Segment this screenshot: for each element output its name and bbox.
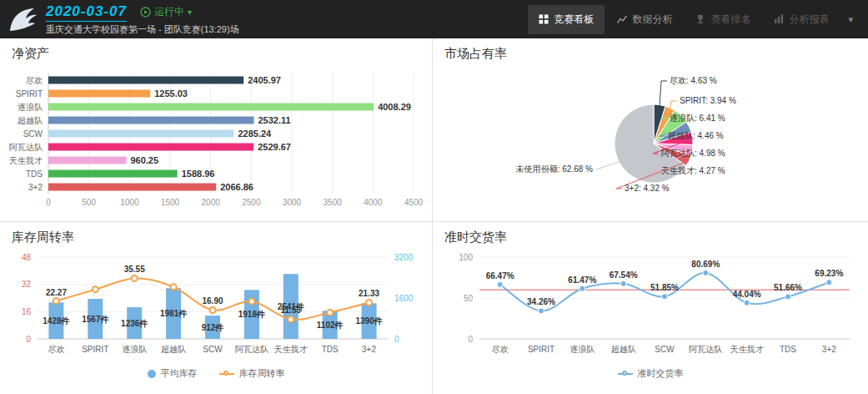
running-status-dropdown[interactable]: 运行中 ▾ xyxy=(140,5,192,19)
svg-text:2500: 2500 xyxy=(242,198,261,207)
orange-line-marker-icon xyxy=(219,373,234,375)
svg-text:1102件: 1102件 xyxy=(317,321,344,330)
svg-text:0: 0 xyxy=(394,335,399,344)
svg-text:22.27: 22.27 xyxy=(46,288,67,297)
svg-text:1600: 1600 xyxy=(394,294,414,303)
legend-label: 平均库存 xyxy=(161,367,198,380)
net-assets-panel: 净资产 050010001500200025003000350040004500… xyxy=(0,38,432,221)
svg-text:21.33: 21.33 xyxy=(359,289,379,298)
svg-text:1500: 1500 xyxy=(161,198,180,207)
svg-text:阿瓦达队: 阿瓦达队 xyxy=(9,143,43,152)
inventory-chart: 0163248016003200尽欢1428件SPIRIT1567件逐浪队123… xyxy=(0,250,432,369)
svg-text:3000: 3000 xyxy=(283,198,302,207)
svg-text:4008.29: 4008.29 xyxy=(378,102,411,112)
svg-text:SCW: SCW xyxy=(655,345,675,354)
svg-text:阿瓦达队: 阿瓦达队 xyxy=(689,345,723,354)
svg-text:3+2: 4.32 %: 3+2: 4.32 % xyxy=(625,184,670,193)
svg-text:0: 0 xyxy=(46,198,51,207)
svg-text:超越队: 超越队 xyxy=(161,345,187,354)
svg-text:尽欢: 4.63 %: 尽欢: 4.63 % xyxy=(670,76,717,85)
svg-text:66.47%: 66.47% xyxy=(486,271,514,280)
svg-text:1236件: 1236件 xyxy=(121,319,148,328)
blue-line-marker-icon xyxy=(618,373,633,375)
legend-label: 准时交货率 xyxy=(638,367,684,380)
svg-text:2000: 2000 xyxy=(202,198,221,207)
nav-chevron-down-icon[interactable]: ▾ xyxy=(841,14,860,25)
net-assets-chart: 050010001500200025003000350040004500尽欢24… xyxy=(0,67,432,215)
svg-text:34.26%: 34.26% xyxy=(527,297,555,306)
status-label: 运行中 xyxy=(154,5,184,19)
svg-text:1918件: 1918件 xyxy=(238,310,265,319)
svg-text:69.23%: 69.23% xyxy=(815,269,843,278)
svg-text:4500: 4500 xyxy=(404,198,424,207)
dashboard-grid: 净资产 050010001500200025003000350040004500… xyxy=(0,38,868,394)
svg-text:4000: 4000 xyxy=(364,198,383,207)
svg-text:1588.96: 1588.96 xyxy=(182,169,215,179)
svg-text:0: 0 xyxy=(468,335,473,344)
svg-text:80.69%: 80.69% xyxy=(691,260,720,269)
delivery-legend: 准时交货率 xyxy=(433,367,868,380)
svg-text:1390件: 1390件 xyxy=(355,316,382,326)
svg-text:51.66%: 51.66% xyxy=(774,283,802,292)
svg-text:TDS: TDS xyxy=(780,345,796,354)
svg-text:1428件: 1428件 xyxy=(43,316,69,326)
legend-delivery-rate[interactable]: 准时交货率 xyxy=(618,367,684,380)
svg-text:2405.97: 2405.97 xyxy=(248,75,281,85)
svg-text:TDS: TDS xyxy=(26,169,43,179)
svg-text:2529.67: 2529.67 xyxy=(258,142,291,152)
svg-text:500: 500 xyxy=(82,198,96,207)
dashboard-icon xyxy=(539,14,549,24)
nav-data-analysis[interactable]: 数据分析 xyxy=(606,5,683,34)
legend-inventory-turnover[interactable]: 库存周转率 xyxy=(219,367,285,380)
svg-text:32: 32 xyxy=(22,280,32,289)
delivery-panel: 准时交货率 050100尽欢SPIRIT逐浪队超越队SCW阿瓦达队天生我才TDS… xyxy=(433,222,868,394)
svg-text:61.47%: 61.47% xyxy=(568,275,596,285)
svg-text:SPIRIT: SPIRIT xyxy=(82,345,108,354)
svg-text:1981件: 1981件 xyxy=(160,309,187,318)
svg-text:SPIRIT: 3.94 %: SPIRIT: 3.94 % xyxy=(680,96,736,105)
svg-text:11.53: 11.53 xyxy=(281,306,302,315)
svg-text:50: 50 xyxy=(464,294,474,303)
svg-text:1255.03: 1255.03 xyxy=(154,88,188,98)
chevron-down-icon: ▾ xyxy=(188,8,192,17)
svg-text:51.85%: 51.85% xyxy=(650,283,679,292)
app-logo xyxy=(7,5,38,33)
svg-text:未使用份额: 62.68 %: 未使用份额: 62.68 % xyxy=(515,164,593,174)
svg-text:阿瓦达队: 阿瓦达队 xyxy=(235,345,269,354)
svg-text:16.90: 16.90 xyxy=(202,296,223,306)
svg-text:2532.11: 2532.11 xyxy=(258,115,290,125)
svg-text:逐浪队: 逐浪队 xyxy=(569,345,595,354)
svg-text:天生我才: 天生我才 xyxy=(9,156,43,165)
match-date: 2020-03-07 xyxy=(46,3,127,22)
nav-label: 分析报表 xyxy=(789,13,829,27)
line-chart-icon xyxy=(617,14,627,24)
svg-text:超越队: 4.46 %: 超越队: 4.46 % xyxy=(668,131,724,140)
svg-text:44.04%: 44.04% xyxy=(733,290,761,299)
net-assets-title: 净资产 xyxy=(0,38,432,67)
inventory-panel: 库存周转率 0163248016003200尽欢1428件SPIRIT1567件… xyxy=(0,222,432,394)
delivery-chart: 050100尽欢SPIRIT逐浪队超越队SCW阿瓦达队天生我才TDS3+266.… xyxy=(433,250,868,369)
market-share-chart: 尽欢: 4.63 %SPIRIT: 3.94 %逐浪队: 6.41 %超越队: … xyxy=(433,67,868,215)
svg-text:35.55: 35.55 xyxy=(124,265,145,274)
svg-text:超越队: 超越队 xyxy=(18,116,43,125)
nav-label: 竞赛看板 xyxy=(554,13,594,27)
svg-text:1567件: 1567件 xyxy=(82,315,108,324)
trophy-icon xyxy=(695,14,705,24)
nav-competition-dashboard[interactable]: 竞赛看板 xyxy=(528,5,605,34)
market-share-panel: 市场占有率 尽欢: 4.63 %SPIRIT: 3.94 %逐浪队: 6.41 … xyxy=(433,38,868,221)
inventory-legend: 平均库存 库存周转率 xyxy=(0,367,432,380)
delivery-title: 准时交货率 xyxy=(433,222,868,250)
legend-avg-inventory[interactable]: 平均库存 xyxy=(148,367,198,380)
nav-analysis-report[interactable]: 分析报表 xyxy=(763,5,840,34)
svg-text:960.25: 960.25 xyxy=(130,155,158,165)
svg-text:3200: 3200 xyxy=(394,253,414,262)
match-subtitle: 重庆交通大学校园赛第一场 - 团队竞赛(13:29)场 xyxy=(46,23,239,36)
svg-text:100: 100 xyxy=(459,253,473,262)
svg-text:3+2: 3+2 xyxy=(362,345,376,354)
svg-text:阿瓦达队: 4.98 %: 阿瓦达队: 4.98 % xyxy=(661,149,725,158)
nav-view-ranking[interactable]: 查看排名 xyxy=(685,5,761,34)
svg-text:尽欢: 尽欢 xyxy=(492,345,509,354)
top-header: 2020-03-07 运行中 ▾ 重庆交通大学校园赛第一场 - 团队竞赛(13:… xyxy=(0,0,868,38)
svg-text:912件: 912件 xyxy=(202,323,224,332)
svg-text:0: 0 xyxy=(26,335,31,344)
